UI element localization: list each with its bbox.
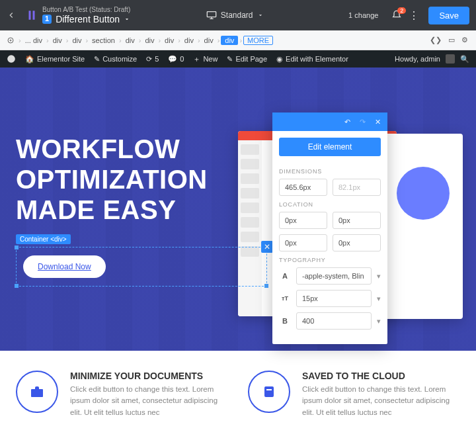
crumb-home[interactable] xyxy=(4,36,17,44)
loc-left-field[interactable]: 0px xyxy=(333,234,381,251)
wp-edit-page[interactable]: ✎ Edit Page xyxy=(227,55,267,64)
wp-updates[interactable]: ⟳ 5 xyxy=(146,55,159,64)
more-menu[interactable]: ⋮ xyxy=(409,9,419,22)
feature-title: MINIMIZE YOUR DOCUMENTS xyxy=(70,371,228,381)
brand-block: Button A/B Test (Status: Draft) 1 Differ… xyxy=(25,6,130,25)
undo-icon[interactable]: ↶ xyxy=(344,118,350,126)
settings-icon[interactable]: ⚙ xyxy=(461,36,468,44)
variation-badge: 1 xyxy=(42,15,52,23)
loc-bottom-field[interactable]: 0px xyxy=(279,234,327,251)
svg-rect-0 xyxy=(207,12,216,17)
crumb[interactable]: div xyxy=(182,36,196,44)
crumb-active[interactable]: div xyxy=(221,36,238,45)
chevron-down-icon xyxy=(257,12,264,19)
target-icon xyxy=(7,36,15,44)
crumb[interactable]: div xyxy=(202,36,216,44)
breadcrumb-path: ›... div ›div ›div ›section ›div ›div ›d… xyxy=(0,30,476,50)
feature-body: Click edit button to change this text. L… xyxy=(302,384,460,418)
device-selector[interactable]: Standard xyxy=(206,10,264,21)
desktop-icon xyxy=(206,10,217,21)
back-button[interactable] xyxy=(0,0,22,30)
notifications-button[interactable]: 2 xyxy=(391,10,402,21)
edit-element-button[interactable]: Edit element xyxy=(279,138,381,156)
chevron-down-icon[interactable]: ▾ xyxy=(377,317,381,326)
font-size-field[interactable]: 15px xyxy=(296,290,372,307)
typography-label: TYPOGRAPHY xyxy=(279,257,381,263)
devices-icon[interactable]: ▭ xyxy=(448,36,455,44)
feature-body: Click edit button to change this text. L… xyxy=(70,384,228,418)
crumb[interactable]: ... div xyxy=(22,36,45,44)
feature-cloud: SAVED TO THE CLOUD Click edit button to … xyxy=(248,371,460,418)
crumb[interactable]: div xyxy=(69,36,84,44)
variation-name: Different Button xyxy=(56,14,120,25)
device-label: Standard xyxy=(221,11,253,20)
font-weight-field[interactable]: 400 xyxy=(296,312,372,330)
crumb[interactable]: div xyxy=(162,36,177,44)
crumb[interactable]: div xyxy=(50,36,65,44)
selection-close[interactable]: ✕ xyxy=(261,241,273,253)
changes-count[interactable]: 1 change xyxy=(348,11,378,19)
redo-icon[interactable]: ↷ xyxy=(360,118,366,126)
search-icon[interactable]: 🔍 xyxy=(460,55,469,64)
mock-browser-right xyxy=(383,134,463,319)
font-family-field[interactable]: -apple-system, Blin xyxy=(296,267,372,285)
font-weight-icon: B xyxy=(279,317,291,325)
selection-tag[interactable]: Container <div> xyxy=(16,234,71,244)
svg-rect-6 xyxy=(266,389,272,390)
height-field[interactable]: 82.1px xyxy=(333,179,381,196)
wp-howdy[interactable]: Howdy, admin xyxy=(395,55,440,63)
svg-point-2 xyxy=(10,40,11,41)
location-label: LOCATION xyxy=(279,201,381,208)
panel-header: ↶ ↷ ✕ xyxy=(272,112,387,131)
wordpress-icon xyxy=(7,54,16,64)
crumb[interactable]: div xyxy=(123,36,138,44)
crumb[interactable]: div xyxy=(142,36,157,44)
avatar[interactable] xyxy=(446,54,455,64)
font-size-icon: тT xyxy=(279,295,291,302)
crumb[interactable]: section xyxy=(89,36,118,44)
svg-rect-4 xyxy=(31,389,43,397)
svg-point-3 xyxy=(7,55,15,63)
save-button[interactable]: Save xyxy=(428,7,469,24)
svg-point-1 xyxy=(8,38,13,43)
test-status: Button A/B Test (Status: Draft) xyxy=(42,6,130,14)
chevron-down-icon[interactable]: ▾ xyxy=(377,272,381,281)
brand-icon xyxy=(25,9,38,22)
dimensions-label: DIMENSIONS xyxy=(279,168,381,175)
hero-section: WORKFLOW OPTIMIZATION MADE EASY Containe… xyxy=(0,67,476,351)
wp-comments[interactable]: 💬 0 xyxy=(168,55,184,64)
wp-new[interactable]: ＋ New xyxy=(193,54,218,64)
chevron-down-icon[interactable]: ▾ xyxy=(377,294,381,303)
close-icon[interactable]: ✕ xyxy=(375,118,381,126)
feature-minimize: MINIMIZE YOUR DOCUMENTS Click edit butto… xyxy=(16,371,228,418)
app-topbar: Button A/B Test (Status: Draft) 1 Differ… xyxy=(0,0,476,30)
briefcase-icon xyxy=(16,371,58,413)
features-row: MINIMIZE YOUR DOCUMENTS Click edit butto… xyxy=(0,351,476,418)
wp-edit-elementor[interactable]: ◉ Edit with Elementor xyxy=(276,55,348,64)
chevron-down-icon xyxy=(124,16,130,22)
download-button[interactable]: Download Now xyxy=(23,255,106,278)
crumb-more[interactable]: MORE xyxy=(243,36,273,45)
wp-logo[interactable] xyxy=(7,54,16,64)
code-icon[interactable]: ❮❯ xyxy=(430,36,442,44)
wp-admin-bar: 🏠 Elementor Site ✎ Customize ⟳ 5 💬 0 ＋ N… xyxy=(0,50,476,67)
notif-badge: 2 xyxy=(397,7,406,14)
font-family-icon: A xyxy=(279,272,291,280)
selection-outline[interactable]: ✕ Download Now xyxy=(16,247,267,287)
svg-rect-5 xyxy=(264,386,274,397)
loc-right-field[interactable]: 0px xyxy=(333,212,381,229)
width-field[interactable]: 465.6px xyxy=(279,179,327,196)
edit-panel: ↶ ↷ ✕ Edit element DIMENSIONS 465.6px 82… xyxy=(272,112,387,344)
wp-site-link[interactable]: 🏠 Elementor Site xyxy=(25,55,85,64)
loc-top-field[interactable]: 0px xyxy=(279,212,327,229)
variation-selector[interactable]: 1 Different Button xyxy=(42,14,130,25)
wp-customize[interactable]: ✎ Customize xyxy=(94,55,137,64)
book-icon xyxy=(248,371,290,413)
feature-title: SAVED TO THE CLOUD xyxy=(302,371,460,381)
